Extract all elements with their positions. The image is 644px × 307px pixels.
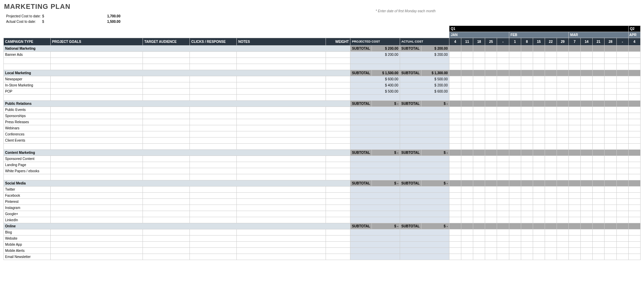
project-goals-cell[interactable] [51,217,143,223]
target-audience-cell[interactable] [143,242,190,248]
timeline-cell[interactable] [473,229,485,236]
timeline-cell[interactable] [593,156,605,162]
timeline-cell[interactable] [533,125,545,131]
projected-cost-cell[interactable] [350,119,400,125]
timeline-cell[interactable] [545,138,557,144]
actual-cost-cell[interactable] [400,107,449,113]
actual-cost-cell[interactable]: $ 600.00 [400,88,449,95]
timeline-cell[interactable] [533,107,545,113]
timeline-cell[interactable] [593,180,605,187]
timeline-cell[interactable] [521,162,533,168]
timeline-cell[interactable] [533,131,545,138]
projected-cost-cell[interactable] [350,229,400,236]
timeline-cell[interactable] [509,52,521,58]
timeline-cell[interactable] [605,156,616,162]
timeline-cell[interactable] [569,131,581,138]
timeline-cell[interactable] [509,223,521,229]
timeline-cell[interactable] [533,101,545,107]
timeline-cell[interactable] [557,76,568,82]
timeline-cell[interactable] [605,180,616,187]
target-audience-cell[interactable] [143,76,190,82]
timeline-cell[interactable] [616,64,628,70]
timeline-cell[interactable] [533,95,545,101]
timeline-cell[interactable] [581,193,593,199]
timeline-cell[interactable] [569,254,581,260]
timeline-cell[interactable] [581,211,593,217]
timeline-cell[interactable] [557,131,568,138]
notes-cell[interactable] [237,174,326,180]
timeline-cell[interactable] [473,217,485,223]
timeline-cell[interactable] [628,64,640,70]
timeline-cell[interactable] [533,193,545,199]
timeline-cell[interactable] [616,187,628,193]
timeline-cell[interactable] [449,46,461,52]
timeline-cell[interactable] [616,211,628,217]
notes-cell[interactable] [237,254,326,260]
timeline-cell[interactable] [521,76,533,82]
timeline-cell[interactable] [593,199,605,205]
timeline-cell[interactable] [485,236,497,242]
campaign-type-cell[interactable]: Webinars [4,125,51,131]
timeline-cell[interactable] [497,119,509,125]
timeline-cell[interactable] [545,70,557,76]
plan-table[interactable]: Q1 Q2 JAN FEB MAR APR CAMPAIGN TYPE PROJ… [3,26,641,260]
timeline-cell[interactable] [473,205,485,211]
timeline-cell[interactable] [593,88,605,95]
timeline-cell[interactable] [509,162,521,168]
weight-cell[interactable] [326,168,350,174]
notes-cell[interactable] [237,236,326,242]
timeline-cell[interactable] [461,150,473,156]
target-audience-cell[interactable] [143,113,190,119]
timeline-cell[interactable] [473,125,485,131]
campaign-type-cell[interactable] [4,64,51,70]
project-goals-cell[interactable] [51,242,143,248]
timeline-cell[interactable] [521,223,533,229]
timeline-cell[interactable] [557,223,568,229]
timeline-cell[interactable] [545,211,557,217]
timeline-cell[interactable] [545,236,557,242]
timeline-cell[interactable] [605,162,616,168]
timeline-cell[interactable] [628,193,640,199]
timeline-cell[interactable] [485,95,497,101]
timeline-cell[interactable] [497,125,509,131]
timeline-cell[interactable] [545,180,557,187]
timeline-cell[interactable] [545,217,557,223]
timeline-cell[interactable] [473,168,485,174]
timeline-cell[interactable] [461,162,473,168]
projected-cost-cell[interactable] [350,205,400,211]
notes-cell[interactable] [237,119,326,125]
timeline-cell[interactable] [449,138,461,144]
project-goals-cell[interactable] [51,138,143,144]
timeline-cell[interactable] [581,168,593,174]
campaign-type-cell[interactable]: Landing Page [4,162,51,168]
timeline-cell[interactable] [569,162,581,168]
notes-cell[interactable] [237,248,326,254]
timeline-cell[interactable] [569,138,581,144]
actual-cost-cell[interactable] [400,248,449,254]
timeline-cell[interactable] [461,236,473,242]
project-goals-cell[interactable] [51,199,143,205]
timeline-cell[interactable] [593,113,605,119]
timeline-cell[interactable] [485,58,497,64]
notes-cell[interactable] [237,162,326,168]
actual-cost-cell[interactable] [400,156,449,162]
timeline-cell[interactable] [605,217,616,223]
timeline-cell[interactable] [485,70,497,76]
target-audience-cell[interactable] [143,193,190,199]
timeline-cell[interactable] [485,52,497,58]
timeline-cell[interactable] [509,113,521,119]
timeline-cell[interactable] [581,125,593,131]
timeline-cell[interactable] [533,113,545,119]
timeline-cell[interactable] [616,138,628,144]
timeline-cell[interactable] [628,113,640,119]
timeline-cell[interactable] [616,254,628,260]
timeline-cell[interactable] [473,180,485,187]
timeline-cell[interactable] [605,174,616,180]
timeline-cell[interactable] [521,131,533,138]
timeline-cell[interactable] [449,119,461,125]
project-goals-cell[interactable] [51,205,143,211]
timeline-cell[interactable] [521,64,533,70]
timeline-cell[interactable] [616,150,628,156]
timeline-cell[interactable] [521,242,533,248]
project-goals-cell[interactable] [51,58,143,64]
